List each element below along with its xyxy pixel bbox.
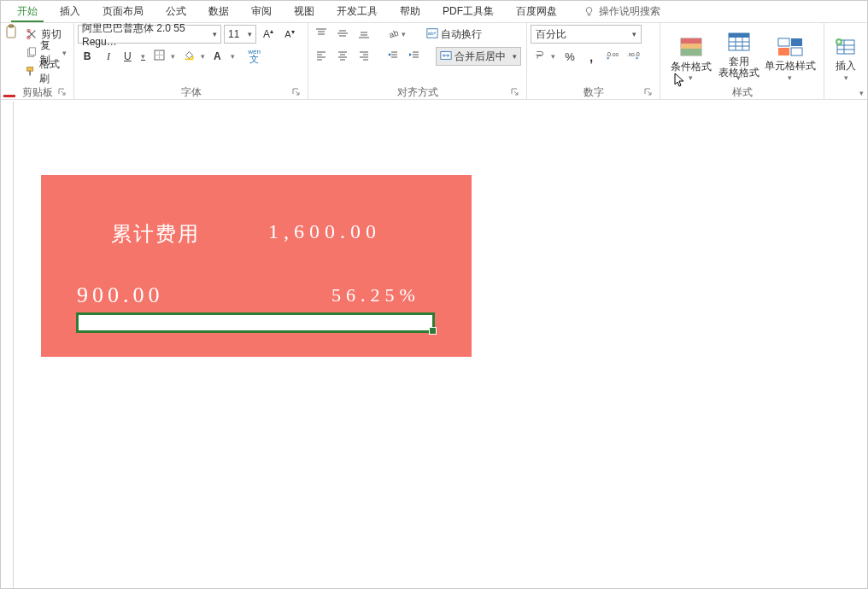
svg-rect-5 [29, 48, 35, 55]
svg-rect-12 [185, 59, 194, 61]
kpi-value: 900.00 [77, 283, 164, 308]
group-label-insert [828, 85, 864, 99]
row-headers[interactable] [1, 102, 13, 588]
active-cell-selection[interactable] [76, 312, 435, 333]
insert-cells-label: 插入 [836, 61, 856, 72]
number-format-select[interactable]: 百分比 ▾ [531, 25, 642, 44]
align-left-icon [315, 50, 327, 64]
group-font: 阿里巴巴普惠体 2.0 55 Regu… ▾ 11 ▾ A▴ A▾ B I U▾ [74, 23, 308, 99]
row-header-selected[interactable] [0, 329, 1, 347]
chevron-down-icon: ▾ [201, 52, 205, 61]
format-as-table-icon [727, 32, 751, 55]
decrease-font-button[interactable]: A▾ [280, 25, 299, 44]
align-right-button[interactable] [355, 47, 373, 66]
dialog-launcher-icon[interactable] [58, 88, 68, 98]
svg-rect-1 [9, 25, 14, 27]
tab-developer[interactable]: 开发工具 [326, 1, 389, 22]
tab-review[interactable]: 审阅 [240, 1, 283, 22]
conditional-formatting-button[interactable]: 条件格式 ▾ [667, 25, 715, 85]
orientation-button[interactable]: ab▾ [384, 25, 409, 44]
tab-page-layout[interactable]: 页面布局 [91, 1, 155, 22]
accounting-format-button[interactable]: ▾ [531, 47, 558, 66]
ribbon-tabs: 开始 插入 页面布局 公式 数据 审阅 视图 开发工具 帮助 PDF工具集 百度… [1, 1, 867, 23]
decrease-indent-button[interactable] [384, 47, 402, 66]
align-center-button[interactable] [333, 47, 352, 66]
decrease-decimal-button[interactable]: .00.0 [625, 47, 643, 66]
svg-text:.0: .0 [635, 51, 640, 58]
svg-rect-61 [791, 48, 802, 55]
group-alignment: ab▾ ab 自动换行 合并后居中 ▾ [308, 23, 527, 99]
paint-bucket-icon [184, 50, 195, 63]
tab-home[interactable]: 开始 [6, 1, 49, 22]
format-as-table-button[interactable]: 套用 表格格式 ▾ [715, 25, 763, 85]
italic-button[interactable]: I [99, 47, 118, 66]
chevron-down-icon: ▾ [231, 52, 235, 61]
paste-button[interactable] [4, 25, 18, 38]
underline-label: U [124, 50, 132, 62]
tab-pdf-tools[interactable]: PDF工具集 [431, 1, 505, 22]
wrap-text-icon: ab [426, 27, 438, 42]
phonetic-guide-button[interactable]: wén 文 ▾ [240, 47, 266, 66]
decrease-decimal-icon: .00.0 [627, 50, 641, 63]
tab-help[interactable]: 帮助 [389, 1, 431, 22]
chevron-down-icon: ▾ [689, 73, 693, 82]
wrap-text-label: 自动换行 [441, 27, 482, 42]
tab-insert[interactable]: 插入 [49, 1, 91, 22]
increase-decimal-button[interactable]: .0.00 [603, 47, 622, 66]
font-family-select[interactable]: 阿里巴巴普惠体 2.0 55 Regu… ▾ [78, 25, 221, 44]
kpi-percent: 56.25% [331, 284, 420, 306]
tab-view[interactable]: 视图 [283, 1, 326, 22]
percent-style-button[interactable]: % [560, 47, 579, 66]
ribbon: 剪切 复制 ▾ 格式刷 剪贴板 [1, 23, 867, 100]
bold-label: B [84, 50, 91, 62]
bold-button[interactable]: B [78, 47, 97, 66]
grid-area[interactable]: 累计费用 1,600.00 900.00 56.25% [13, 102, 867, 588]
worksheet-area[interactable]: 累计费用 1,600.00 900.00 56.25% [1, 102, 867, 588]
tell-me-search[interactable]: 操作说明搜索 [584, 4, 660, 19]
scissors-icon [25, 27, 38, 41]
kpi-title: 累计费用 [111, 220, 200, 248]
decrease-indent-icon [387, 50, 399, 64]
wrap-text-button[interactable]: ab 自动换行 [423, 25, 505, 44]
number-format-value: 百分比 [536, 27, 566, 42]
cell-styles-button[interactable]: 单元格样式 ▾ [763, 25, 818, 85]
format-painter-button[interactable]: 格式刷 [21, 62, 70, 81]
group-styles: 条件格式 ▾ 套用 表格格式 ▾ 单元格样式 ▾ [660, 23, 824, 99]
font-color-button[interactable]: A ▾ [210, 47, 238, 66]
svg-point-11 [191, 56, 194, 59]
borders-button[interactable]: ▾ [150, 47, 178, 66]
dialog-launcher-icon[interactable] [511, 88, 521, 98]
tab-baidu-netdisk[interactable]: 百度网盘 [505, 1, 568, 22]
tell-me-label: 操作说明搜索 [599, 4, 660, 19]
underline-button[interactable]: U▾ [120, 47, 148, 66]
merge-icon [440, 50, 452, 63]
svg-text:ab: ab [428, 29, 434, 35]
font-color-icon: A [214, 50, 221, 62]
align-middle-button[interactable] [333, 25, 352, 44]
font-size-value: 11 [228, 28, 239, 40]
comma-style-button[interactable]: , [582, 47, 601, 66]
tab-formulas[interactable]: 公式 [155, 1, 197, 22]
merge-center-button[interactable]: 合并后居中 ▾ [436, 47, 521, 66]
chevron-down-icon: ▾ [632, 30, 636, 38]
fill-color-button[interactable]: ▾ [180, 47, 208, 66]
dialog-launcher-icon[interactable] [292, 88, 302, 98]
insert-cells-button[interactable]: 插入 ▾ [829, 25, 863, 85]
align-top-icon [315, 27, 327, 42]
svg-rect-59 [791, 38, 802, 46]
kpi-total: 1,600.00 [268, 220, 381, 243]
align-right-icon [358, 50, 370, 64]
align-left-button[interactable] [312, 47, 331, 66]
tab-data[interactable]: 数据 [197, 1, 240, 22]
decrease-font-icon: A▾ [284, 29, 294, 39]
chevron-down-icon: ▾ [788, 73, 792, 82]
conditional-formatting-label: 条件格式 [671, 61, 712, 73]
font-color-swatch [3, 95, 15, 97]
align-bottom-button[interactable] [355, 25, 373, 44]
svg-text:.0: .0 [606, 51, 611, 58]
increase-indent-button[interactable] [405, 47, 424, 66]
align-top-button[interactable] [312, 25, 331, 44]
dialog-launcher-icon[interactable] [644, 88, 654, 98]
font-size-select[interactable]: 11 ▾ [224, 25, 256, 44]
increase-font-button[interactable]: A▴ [259, 25, 278, 44]
